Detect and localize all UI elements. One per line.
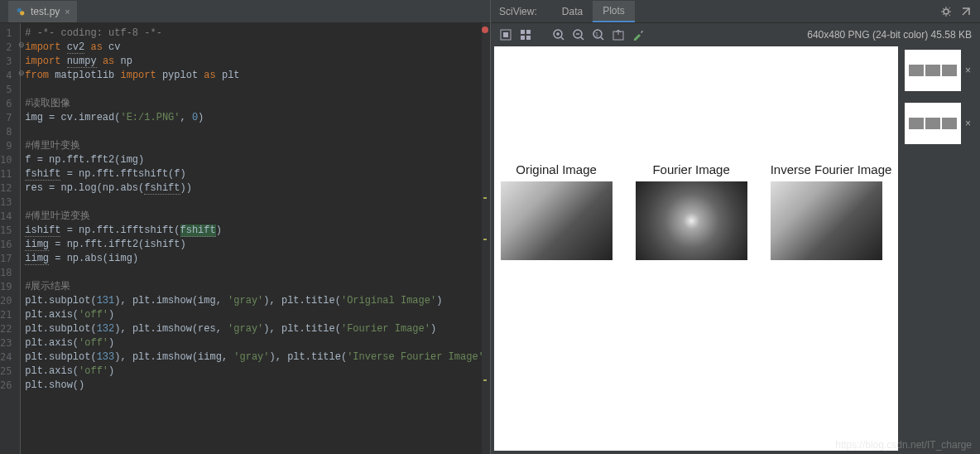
- color-picker-icon[interactable]: [632, 28, 645, 41]
- svg-point-1: [20, 11, 24, 15]
- error-marker-icon[interactable]: [482, 27, 488, 33]
- close-icon[interactable]: ×: [965, 65, 971, 76]
- hide-icon[interactable]: [960, 6, 972, 17]
- file-tab[interactable]: test.py ×: [8, 1, 77, 22]
- plot-image-original: [501, 181, 612, 260]
- svg-rect-6: [526, 30, 531, 34]
- plot-toolbar: 1 640x480 PNG (24-bit color) 45.58 KB: [491, 23, 980, 46]
- editor-tab-bar: test.py ×: [0, 0, 490, 23]
- plot-info: 640x480 PNG (24-bit color) 45.58 KB: [807, 29, 972, 41]
- tab-data[interactable]: Data: [552, 2, 593, 22]
- editor[interactable]: 1234567891011121314151617181920212223242…: [0, 23, 490, 454]
- code-area[interactable]: # -*- coding: utf-8 -*-import cv2 as cvi…: [21, 23, 490, 454]
- gear-icon[interactable]: [940, 6, 952, 17]
- plot-thumbnails: × ×: [901, 46, 980, 454]
- sciview-header: SciView: Data Plots: [491, 0, 980, 23]
- plot-title-3: Inverse Fourier Image: [771, 162, 892, 176]
- export-icon[interactable]: [612, 28, 625, 41]
- sciview-label: SciView:: [499, 6, 537, 17]
- svg-rect-8: [526, 36, 531, 40]
- python-icon: [15, 6, 26, 17]
- line-gutter: 1234567891011121314151617181920212223242…: [0, 23, 17, 454]
- tab-plots[interactable]: Plots: [593, 1, 635, 22]
- zoom-out-icon[interactable]: [572, 28, 585, 41]
- error-stripe: [482, 23, 490, 454]
- zoom-in-icon[interactable]: [552, 28, 565, 41]
- svg-rect-4: [503, 32, 508, 37]
- warn-marker-icon[interactable]: [483, 239, 487, 240]
- svg-rect-5: [521, 30, 525, 34]
- plot-title-1: Original Image: [501, 162, 612, 176]
- warn-marker-icon[interactable]: [483, 197, 487, 199]
- thumbnail[interactable]: [905, 103, 961, 144]
- warn-marker-icon[interactable]: [483, 379, 487, 381]
- plot-title-2: Fourier Image: [636, 162, 747, 176]
- thumbnail[interactable]: [905, 50, 961, 91]
- plot-figure: Original Image Fourier Image Inverse Fou…: [501, 162, 892, 260]
- fit-icon[interactable]: [499, 28, 512, 41]
- plot-image-inverse: [771, 181, 882, 260]
- close-icon[interactable]: ×: [965, 118, 971, 129]
- svg-text:1: 1: [595, 31, 598, 37]
- zoom-actual-icon[interactable]: 1: [592, 28, 605, 41]
- svg-rect-7: [521, 36, 525, 40]
- plot-canvas[interactable]: Original Image Fourier Image Inverse Fou…: [494, 46, 898, 451]
- svg-point-2: [944, 9, 949, 14]
- close-icon[interactable]: ×: [65, 7, 70, 17]
- grid-icon[interactable]: [519, 28, 532, 41]
- plot-image-fourier: [636, 181, 747, 260]
- tab-filename: test.py: [31, 6, 60, 17]
